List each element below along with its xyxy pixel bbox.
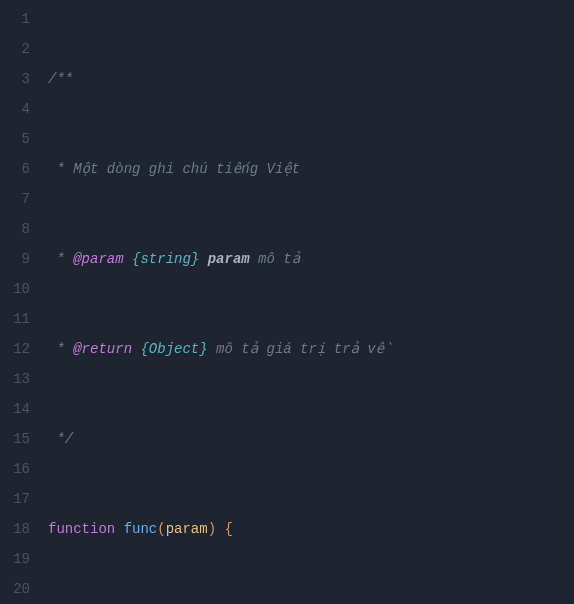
- keyword-token: function: [48, 521, 115, 537]
- line-number: 13: [0, 364, 30, 394]
- line-number: 4: [0, 94, 30, 124]
- line-number: 9: [0, 244, 30, 274]
- line-number: 7: [0, 184, 30, 214]
- line-number: 2: [0, 34, 30, 64]
- doc-type: {string}: [132, 251, 199, 267]
- line-number: 19: [0, 544, 30, 574]
- line-number: 12: [0, 334, 30, 364]
- doc-tag: @param: [73, 251, 123, 267]
- comment-token: */: [48, 431, 73, 447]
- param-token: param: [166, 521, 208, 537]
- code-editor: 1 2 3 4 5 6 7 8 9 10 11 12 13 14 15 16 1…: [0, 0, 574, 604]
- brace-token: {: [224, 521, 232, 537]
- line-number: 18: [0, 514, 30, 544]
- comment-token: * Một dòng ghi chú tiếng Việt: [48, 161, 300, 177]
- doc-param-name: param: [208, 251, 250, 267]
- line-number: 15: [0, 424, 30, 454]
- doc-tag: @return: [73, 341, 132, 357]
- comment-token: *: [48, 341, 73, 357]
- line-number: 1: [0, 4, 30, 34]
- function-name: func: [124, 521, 158, 537]
- paren-token: ): [208, 521, 216, 537]
- line-number: 3: [0, 64, 30, 94]
- line-gutter: 1 2 3 4 5 6 7 8 9 10 11 12 13 14 15 16 1…: [0, 0, 48, 604]
- code-line: * @return {Object} mô tả giá trị trả về: [48, 334, 574, 364]
- doc-desc: mô tả: [258, 251, 300, 267]
- code-line: * Một dòng ghi chú tiếng Việt: [48, 154, 574, 184]
- line-number: 17: [0, 484, 30, 514]
- line-number: 10: [0, 274, 30, 304]
- comment-token: *: [48, 251, 73, 267]
- code-line: */: [48, 424, 574, 454]
- line-number: 5: [0, 124, 30, 154]
- line-number: 16: [0, 454, 30, 484]
- line-number: 6: [0, 154, 30, 184]
- doc-type: {Object}: [140, 341, 207, 357]
- comment-token: /**: [48, 71, 73, 87]
- paren-token: (: [157, 521, 165, 537]
- line-number: 20: [0, 574, 30, 604]
- code-line: * @param {string} param mô tả: [48, 244, 574, 274]
- doc-desc: mô tả giá trị trả về: [216, 341, 384, 357]
- code-area[interactable]: /** * Một dòng ghi chú tiếng Việt * @par…: [48, 0, 574, 604]
- line-number: 11: [0, 304, 30, 334]
- line-number: 8: [0, 214, 30, 244]
- code-line: /**: [48, 64, 574, 94]
- line-number: 14: [0, 394, 30, 424]
- code-line: function func(param) {: [48, 514, 574, 544]
